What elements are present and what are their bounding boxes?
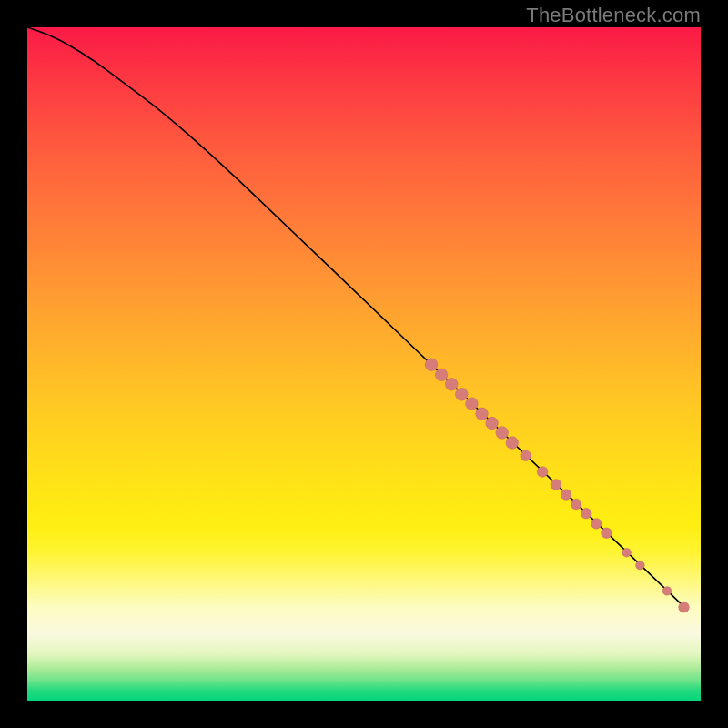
data-point [679, 602, 690, 612]
data-point [571, 499, 581, 510]
data-point [662, 586, 672, 595]
watermark-label: TheBottleneck.com [526, 4, 701, 27]
data-point [486, 417, 499, 430]
data-point [581, 508, 592, 519]
data-point [561, 490, 571, 500]
data-point [496, 426, 509, 439]
data-point [537, 466, 548, 477]
chart-stage: TheBottleneck.com [0, 0, 728, 728]
trend-curve [27, 27, 687, 610]
chart-svg [27, 27, 701, 701]
data-point [445, 378, 458, 390]
data-point [465, 398, 478, 410]
data-point [591, 518, 602, 529]
data-point [551, 479, 561, 490]
data-point [476, 408, 489, 420]
data-point [455, 388, 468, 400]
data-point [521, 450, 531, 461]
plot-area [27, 27, 701, 701]
data-point [506, 437, 519, 450]
data-point [601, 528, 612, 539]
data-point [435, 369, 448, 381]
data-point [635, 561, 644, 570]
data-point [622, 548, 632, 557]
data-point [425, 359, 438, 371]
